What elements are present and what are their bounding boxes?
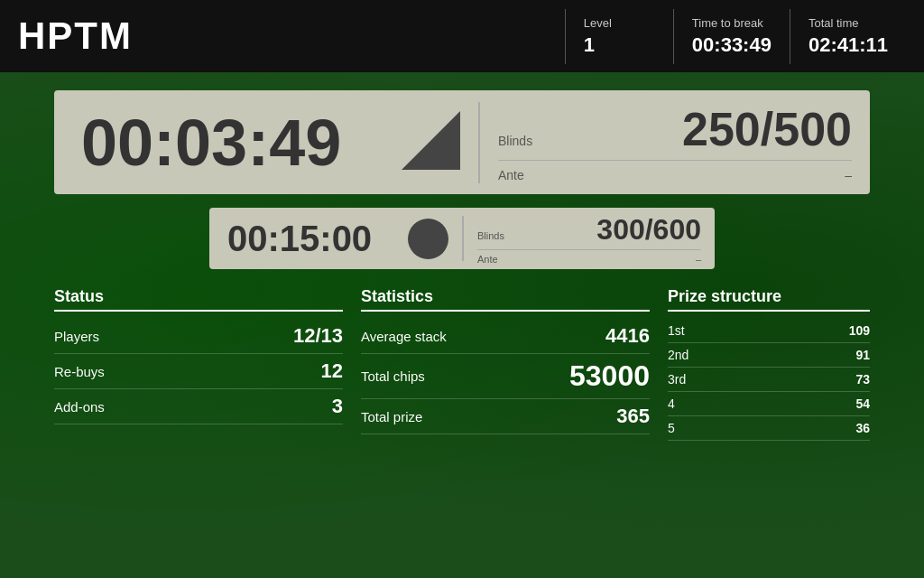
rebuys-value: 12 — [321, 359, 343, 383]
prize-value: 36 — [855, 421, 870, 435]
prize-value: 109 — [849, 323, 870, 338]
next-ante-value: – — [696, 254, 701, 265]
time-to-break-label: Time to break — [692, 16, 772, 30]
rebuys-row: Re-buys 12 — [54, 354, 343, 389]
prize-value: 91 — [855, 348, 870, 362]
prize-structure-title: Prize structure — [668, 287, 870, 312]
level-stat: Level 1 — [565, 9, 673, 64]
prize-row: 454 — [668, 392, 870, 416]
header-stats: Level 1 Time to break 00:33:49 Total tim… — [565, 9, 906, 64]
statistics-panel: Statistics Average stack 4416 Total chip… — [361, 287, 650, 441]
prize-place: 1st — [668, 323, 685, 338]
players-row: Players 12/13 — [54, 319, 343, 354]
avg-stack-value: 4416 — [605, 324, 650, 348]
main-blinds-info: Blinds 250/500 Ante – — [498, 102, 870, 182]
total-time-label: Total time — [808, 16, 888, 30]
total-chips-value: 53000 — [569, 359, 650, 393]
header: HPTM Level 1 Time to break 00:33:49 Tota… — [0, 0, 924, 72]
total-prize-value: 365 — [616, 405, 650, 428]
addons-label: Add-ons — [54, 399, 105, 415]
players-label: Players — [54, 329, 99, 344]
next-blinds-label: Blinds — [477, 230, 504, 241]
main-ante-row: Ante – — [498, 168, 852, 182]
prize-row: 3rd73 — [668, 368, 870, 392]
main-timer-card: 00:03:49 Blinds 250/500 Ante – — [54, 90, 870, 194]
prize-row: 2nd91 — [668, 343, 870, 368]
time-to-break-value: 00:33:49 — [692, 33, 772, 57]
main-ante-label: Ante — [498, 168, 524, 182]
prize-row: 1st109 — [668, 319, 870, 343]
main-timer-display: 00:03:49 — [54, 106, 397, 180]
prize-rows: 1st1092nd913rd73454536 — [668, 319, 870, 441]
prize-place: 5 — [668, 421, 675, 435]
statistics-panel-title: Statistics — [361, 287, 650, 312]
timer-corner-icon — [397, 111, 460, 174]
time-to-break-stat: Time to break 00:33:49 — [673, 9, 790, 64]
main-content: 00:03:49 Blinds 250/500 Ante – 00:15:00 … — [0, 72, 924, 459]
next-timer-card: 00:15:00 Blinds 300/600 Ante – — [209, 208, 715, 269]
prize-place: 3rd — [668, 372, 686, 387]
rebuys-label: Re-buys — [54, 364, 105, 379]
total-time-value: 02:41:11 — [808, 33, 888, 57]
total-chips-label: Total chips — [361, 368, 425, 384]
prize-place: 2nd — [668, 348, 688, 362]
main-blinds-row: Blinds 250/500 — [498, 102, 852, 161]
players-value: 12/13 — [293, 324, 343, 348]
total-prize-row: Total prize 365 — [361, 399, 650, 434]
bottom-panels: Status Players 12/13 Re-buys 12 Add-ons … — [54, 287, 870, 441]
next-timer-divider — [462, 216, 464, 261]
timer-divider — [478, 102, 480, 183]
next-ante-label: Ante — [477, 254, 498, 265]
prize-value: 73 — [855, 372, 870, 387]
total-time-stat: Total time 02:41:11 — [790, 9, 906, 64]
prize-row: 536 — [668, 416, 870, 441]
status-panel: Status Players 12/13 Re-buys 12 Add-ons … — [54, 287, 343, 441]
prize-structure-panel: Prize structure 1st1092nd913rd73454536 — [668, 287, 870, 441]
app-logo: HPTM — [18, 14, 565, 58]
avg-stack-label: Average stack — [361, 329, 447, 344]
avg-stack-row: Average stack 4416 — [361, 319, 650, 354]
total-chips-row: Total chips 53000 — [361, 354, 650, 399]
total-prize-label: Total prize — [361, 409, 422, 424]
prize-value: 54 — [855, 396, 870, 411]
addons-value: 3 — [332, 395, 343, 418]
addons-row: Add-ons 3 — [54, 389, 343, 424]
main-ante-value: – — [845, 168, 852, 182]
level-value: 1 — [584, 33, 655, 57]
next-timer-circle-icon — [408, 219, 448, 259]
next-blinds-info: Blinds 300/600 Ante – — [477, 213, 715, 265]
next-blinds-value: 300/600 — [596, 213, 701, 247]
prize-place: 4 — [668, 396, 675, 411]
next-timer-display: 00:15:00 — [209, 219, 408, 259]
main-blinds-label: Blinds — [498, 134, 532, 148]
level-label: Level — [584, 16, 655, 30]
main-blinds-value: 250/500 — [682, 102, 852, 156]
status-panel-title: Status — [54, 287, 343, 312]
